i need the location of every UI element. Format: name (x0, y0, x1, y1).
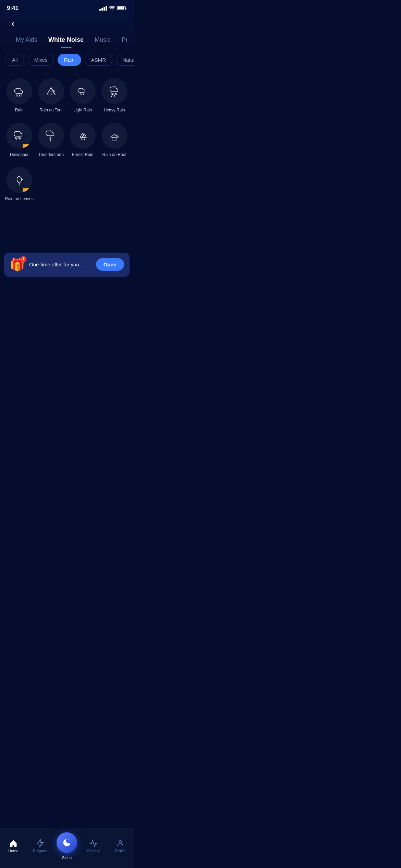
filter-asmr[interactable]: ASMR (85, 54, 112, 66)
tab-music[interactable]: Music (89, 33, 116, 48)
sound-rain-on-roof-circle (101, 123, 127, 149)
sound-downpour[interactable]: VIP Downpour (3, 119, 35, 164)
svg-line-22 (16, 137, 17, 139)
rain-icon (13, 85, 26, 98)
svg-line-12 (82, 94, 82, 95)
svg-line-29 (83, 138, 83, 140)
filter-rain[interactable]: Rain (58, 54, 81, 66)
sound-rain-on-roof-label: Rain on Roof (102, 152, 126, 158)
sound-forest-rain-label: Forest Rain (72, 152, 93, 158)
sound-heavy-rain[interactable]: Heavy Rain (99, 75, 131, 119)
tabs-row: My Aids White Noise Music Premiu… (7, 33, 127, 48)
filter-row: All Mixes Rain ASMR Nature Anim… (0, 48, 134, 71)
offer-text: One-time offer for you... (29, 262, 92, 267)
vip-badge-leaves: VIP (23, 188, 32, 193)
light-rain-icon (76, 85, 89, 98)
offer-open-button[interactable]: Open (96, 258, 124, 271)
svg-line-14 (111, 93, 111, 95)
sound-downpour-circle: VIP (6, 123, 32, 149)
sound-rain-label: Rain (15, 108, 24, 113)
back-icon (10, 21, 16, 27)
status-icons (99, 6, 127, 11)
tab-my-aids[interactable]: My Aids (10, 33, 43, 48)
sound-forest-rain[interactable]: Forest Rain (67, 119, 99, 164)
status-time: 9:41 (7, 5, 19, 12)
rain-on-roof-icon (108, 129, 121, 142)
vip-badge-downpour: VIP (23, 144, 32, 149)
svg-line-5 (21, 95, 22, 96)
offer-notification-badge: 1 (20, 256, 26, 262)
filter-all[interactable]: All (5, 54, 24, 66)
header: My Aids White Noise Music Premiu… (0, 14, 134, 48)
svg-line-20 (114, 95, 115, 97)
sound-rain[interactable]: Rain (3, 75, 35, 119)
sounds-grid: Rain Rain on Tent Light Rain (0, 71, 134, 215)
svg-line-3 (18, 95, 19, 96)
offer-icon-wrap: 🎁 1 (10, 257, 25, 272)
svg-line-25 (21, 137, 21, 139)
sound-thunderstorm-circle (38, 123, 64, 149)
heavy-rain-icon (108, 85, 121, 98)
sound-downpour-label: Downpour (10, 152, 29, 158)
wifi-icon (109, 6, 115, 11)
svg-rect-34 (112, 137, 117, 140)
forest-rain-icon (76, 129, 89, 142)
sound-light-rain-label: Light Rain (73, 108, 92, 113)
status-bar: 9:41 (0, 0, 134, 14)
sound-light-rain[interactable]: Light Rain (67, 75, 99, 119)
sound-thunderstorm-label: Thunderstorm (38, 152, 64, 158)
thunderstorm-icon (45, 129, 58, 142)
svg-line-19 (111, 95, 112, 97)
sound-rain-circle (6, 78, 32, 104)
sound-light-rain-circle (70, 78, 96, 104)
sound-forest-rain-circle (70, 123, 96, 149)
sound-rain-on-leaves[interactable]: VIP Rain on Leaves (3, 164, 35, 208)
sound-leaves-label: Rain on Leaves (5, 196, 34, 202)
filter-mixes[interactable]: Mixes (28, 54, 54, 66)
svg-line-32 (117, 135, 118, 136)
svg-rect-1 (118, 7, 124, 10)
svg-line-17 (115, 93, 116, 95)
svg-line-13 (83, 94, 84, 95)
svg-line-18 (116, 93, 117, 95)
back-button[interactable] (7, 18, 19, 30)
sound-tent-circle (38, 78, 64, 104)
svg-line-15 (112, 93, 113, 95)
tent-icon (45, 85, 58, 98)
sound-rain-on-roof[interactable]: Rain on Roof (99, 119, 131, 164)
sound-heavy-rain-circle (101, 78, 127, 104)
signal-icon (99, 6, 107, 11)
svg-line-2 (16, 95, 17, 96)
tab-white-noise[interactable]: White Noise (43, 33, 89, 48)
sound-heavy-rain-label: Heavy Rain (104, 108, 125, 113)
offer-banner: 🎁 1 One-time offer for you... Open (4, 253, 130, 277)
sound-rain-on-tent[interactable]: Rain on Tent (35, 75, 67, 119)
sound-thunderstorm[interactable]: Thunderstorm (35, 119, 67, 164)
battery-icon (117, 6, 127, 11)
sound-tent-label: Rain on Tent (39, 108, 62, 113)
svg-line-28 (81, 138, 82, 140)
svg-line-30 (84, 138, 85, 140)
rain-on-leaves-icon (13, 173, 26, 186)
downpour-icon (13, 129, 26, 142)
svg-line-16 (113, 93, 114, 95)
svg-line-23 (18, 137, 19, 139)
tab-premium[interactable]: Premiu… (116, 33, 127, 48)
filter-nature[interactable]: Nature (116, 54, 134, 66)
svg-line-21 (15, 137, 16, 139)
svg-line-24 (19, 137, 20, 139)
svg-line-4 (19, 95, 20, 96)
sound-rain-on-leaves-circle: VIP (6, 167, 32, 193)
svg-line-11 (80, 94, 81, 95)
svg-line-33 (117, 136, 119, 137)
